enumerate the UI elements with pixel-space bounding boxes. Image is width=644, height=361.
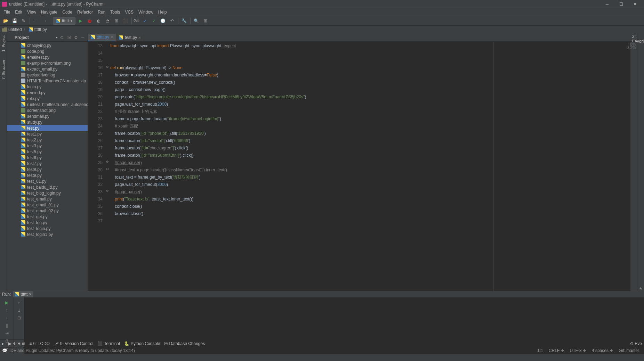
code-editor[interactable]: 1314151617181920212223242526272829303132…: [88, 42, 637, 291]
menu-edit[interactable]: Edit: [13, 9, 24, 15]
bottom-tab-terminal[interactable]: ⬛Terminal: [97, 341, 120, 346]
tree-item-sendmail-py[interactable]: sendmail.py: [7, 113, 88, 119]
menu-window[interactable]: Window: [136, 9, 155, 15]
debug-button[interactable]: 🐞: [85, 17, 94, 25]
editor-tab-test-py[interactable]: test.py×: [116, 34, 144, 41]
encoding[interactable]: UTF-8 ≑: [567, 348, 589, 353]
tree-item-test_login1-py[interactable]: test_login1.py: [7, 231, 88, 237]
close-icon[interactable]: ×: [29, 292, 31, 297]
run-config-selector[interactable]: tttttt ▾: [53, 17, 75, 25]
menu-view[interactable]: View: [25, 9, 38, 15]
tree-item-runtest_htmltestrunner_autosendemail-py[interactable]: runtest_htmltestrunner_autosendemail.py: [7, 101, 88, 107]
tree-item-test8-py[interactable]: test8.py: [7, 166, 88, 172]
tree-item-test_get-py[interactable]: test_get.py: [7, 214, 88, 220]
breadcrumb-root[interactable]: untitled: [8, 27, 22, 32]
filter-button[interactable]: ⊟: [14, 314, 24, 322]
wrap-button[interactable]: ⇥: [0, 329, 14, 337]
star-icon[interactable]: ★: [639, 286, 643, 291]
git-branch[interactable]: Git: master: [616, 348, 642, 353]
fold-marker[interactable]: ⊖: [105, 65, 110, 68]
structure-button[interactable]: ⊞: [201, 17, 210, 25]
close-icon[interactable]: ×: [139, 36, 141, 40]
line-ending[interactable]: CRLF ≑: [546, 348, 567, 353]
tree-item-code-png[interactable]: code.png: [7, 48, 88, 54]
settings-button[interactable]: 🔧: [180, 17, 188, 25]
tree-item-study-py[interactable]: study.py: [7, 119, 88, 125]
tree-item-remind-py[interactable]: remind.py: [7, 90, 88, 96]
chevron-down-icon[interactable]: ▾: [56, 36, 58, 39]
bottom-tab-pythonconsole[interactable]: 🐍Python Console: [124, 341, 160, 346]
attach-button[interactable]: ⊞: [112, 17, 121, 25]
run-tab[interactable]: tttttt ×: [13, 291, 33, 297]
tree-item-test7-py[interactable]: test7.py: [7, 161, 88, 166]
maximize-button[interactable]: ☐: [614, 0, 628, 8]
menu-vcs[interactable]: VCS: [123, 9, 136, 15]
menu-navigate[interactable]: Navigate: [39, 9, 59, 15]
locate-button[interactable]: ⊙: [59, 35, 65, 40]
bottom-collapse-button[interactable]: ▸: [2, 341, 4, 346]
back-button[interactable]: ←: [32, 17, 40, 25]
fold-marker[interactable]: ⊖: [105, 189, 110, 192]
tree-item-test_email_02-py[interactable]: test_email_02.py: [7, 208, 88, 214]
cursor-position[interactable]: 1:1: [534, 348, 546, 353]
minimize-button[interactable]: ─: [600, 0, 614, 8]
tree-item-test5-py[interactable]: test5.py: [7, 149, 88, 155]
expand-button[interactable]: ⇲: [66, 35, 72, 40]
bottom-tab-versioncontrol[interactable]: ⎇9: Version Control: [54, 341, 93, 346]
coverage-button[interactable]: ◐: [94, 17, 103, 25]
tree-item-extract_email-py[interactable]: extract_email.py: [7, 66, 88, 72]
stop-button[interactable]: ↑: [0, 306, 14, 314]
menu-refactor[interactable]: Refactor: [75, 9, 95, 15]
tree-item-test2-py[interactable]: test2.py: [7, 137, 88, 143]
menu-run[interactable]: Run: [96, 9, 107, 15]
tree-item-test_baidu_id-py[interactable]: test_baidu_id.py: [7, 184, 88, 190]
tree-item-emailtest-py[interactable]: emailtest.py: [7, 54, 88, 60]
soft-wrap-button[interactable]: ⤶: [14, 299, 24, 306]
menu-code[interactable]: Code: [60, 9, 74, 15]
tree-item-test6-py[interactable]: test6.py: [7, 155, 88, 161]
editor-tab-tttttt-py[interactable]: tttttt.py×: [88, 34, 116, 41]
open-button[interactable]: 📂: [1, 17, 10, 25]
project-tree[interactable]: chaojiying.pycode.pngemailtest.pyexample…: [7, 42, 88, 291]
pause-button[interactable]: ‖: [0, 322, 14, 329]
forward-button[interactable]: →: [41, 17, 49, 25]
tree-item-chaojiying-py[interactable]: chaojiying.py: [7, 42, 88, 48]
tree-item-screenshot-png[interactable]: screenshot.png: [7, 107, 88, 113]
bottom-tab-databasechanges[interactable]: ⛁Database Changes: [164, 341, 205, 346]
close-button[interactable]: ✕: [628, 0, 642, 8]
tree-item-test_email_01-py[interactable]: test_email_01.py: [7, 202, 88, 208]
down-button[interactable]: ↓: [0, 314, 14, 322]
tree-item-test_login-py[interactable]: test_login.py: [7, 225, 88, 231]
bottom-tab-run[interactable]: ▶4: Run: [8, 341, 25, 346]
menu-file[interactable]: File: [1, 9, 12, 15]
notification-icon[interactable]: 💬: [2, 348, 7, 353]
structure-tool-tab[interactable]: 7: Structure: [1, 58, 6, 81]
close-icon[interactable]: ×: [111, 35, 113, 39]
tree-item-login-py[interactable]: login.py: [7, 84, 88, 90]
indent[interactable]: 4 spaces ≑: [589, 348, 616, 353]
stop-button[interactable]: ⬛: [121, 17, 130, 25]
save-button[interactable]: 💾: [10, 17, 19, 25]
tree-item-HTMLTestRunnerCN-master-zip[interactable]: HTMLTestRunnerCN-master.zip: [7, 78, 88, 84]
tree-item-test9-py[interactable]: test9.py: [7, 172, 88, 178]
tree-item-example-chromium-png[interactable]: example-chromium.png: [7, 60, 88, 66]
bottom-tab-todo[interactable]: ≡6: TODO: [29, 341, 50, 346]
run-button[interactable]: ▶: [76, 17, 84, 25]
rerun-button[interactable]: ▶: [0, 299, 14, 306]
git-history-button[interactable]: 🕓: [159, 17, 167, 25]
menu-tools[interactable]: Tools: [108, 9, 122, 15]
tree-item-test-py[interactable]: test.py: [7, 125, 88, 131]
fold-marker[interactable]: ⊖: [105, 160, 110, 163]
git-update-button[interactable]: ↙: [141, 17, 149, 25]
tree-item-test_blog_login-py[interactable]: test_blog_login.py: [7, 190, 88, 196]
tree-item-test_01-py[interactable]: test_01.py: [7, 178, 88, 184]
menu-help[interactable]: Help: [156, 9, 169, 15]
source-code[interactable]: from playwright.sync_api import Playwrig…: [110, 42, 630, 291]
profile-button[interactable]: ◔: [103, 17, 112, 25]
tree-item-test_log-py[interactable]: test_log.py: [7, 220, 88, 225]
minimize-icon[interactable]: ─: [80, 35, 86, 40]
tree-item-geckodriver-log[interactable]: geckodriver.log: [7, 72, 88, 78]
tree-item-test3-py[interactable]: test3.py: [7, 143, 88, 149]
search-button[interactable]: 🔍: [192, 17, 201, 25]
git-commit-button[interactable]: ✓: [150, 17, 158, 25]
